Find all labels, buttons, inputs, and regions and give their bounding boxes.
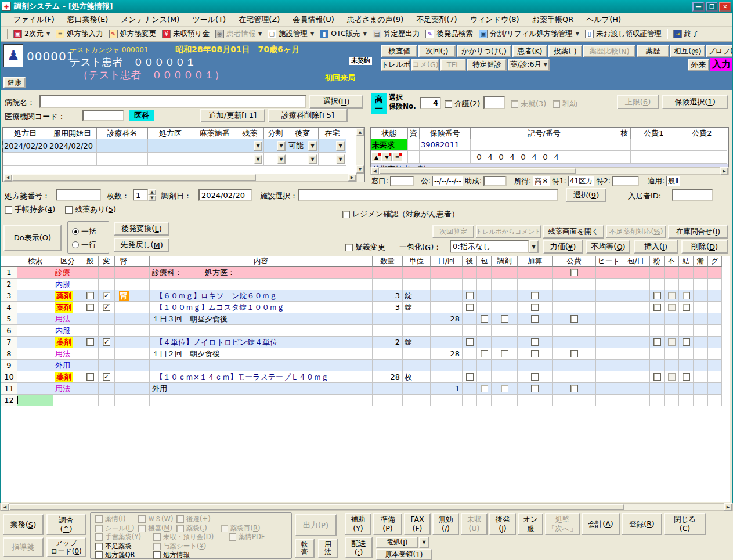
toku2-input[interactable]: [612, 176, 639, 186]
rx-chozai-checkbox[interactable]: [501, 315, 508, 323]
cell-分割[interactable]: ▼: [264, 139, 287, 153]
cell-kasan[interactable]: [518, 383, 553, 395]
insurance-row-1[interactable]: 未要求39082011: [371, 139, 728, 151]
cell-heat[interactable]: [596, 279, 622, 290]
rx-kasan-checkbox[interactable]: [531, 385, 539, 392]
cell-jin[interactable]: [115, 313, 133, 325]
ins-cell[interactable]: [420, 151, 471, 164]
cell-heat[interactable]: [596, 267, 622, 279]
close-button[interactable]: ✕: [719, 2, 731, 12]
cell-jin[interactable]: [115, 279, 133, 290]
cell-処方医[interactable]: [148, 153, 193, 166]
rx-row-3[interactable]: 3薬剤✓腎【６０ｍｇ】ロキソニン錠６０ｍｇ3錠: [1, 290, 730, 302]
cell-後変[interactable]: ▼: [287, 153, 319, 166]
cell-処方医[interactable]: [148, 139, 193, 153]
gen-checkbox[interactable]: [86, 292, 94, 299]
cell-gen[interactable]: [82, 302, 99, 313]
cell-kohi[interactable]: [553, 348, 596, 360]
patient-button-トレルポ[interactable]: トレルポ: [381, 59, 410, 71]
add-update-button[interactable]: 追加/更新[F1]: [200, 109, 265, 122]
checkbox[interactable]: [95, 551, 103, 559]
chevron-down-icon[interactable]: ▼: [363, 31, 367, 37]
rx-row-2[interactable]: 2内服: [1, 279, 730, 290]
cell-kona[interactable]: [650, 279, 665, 290]
rx-ho-checkbox[interactable]: [481, 350, 488, 357]
cell-hobi[interactable]: [622, 348, 650, 360]
cell-kensaku[interactable]: [17, 348, 53, 360]
cell-kensaku[interactable]: [17, 383, 53, 395]
bottom-button-オン[interactable]: オン服: [518, 513, 543, 535]
patient-button-かかりつけ(,)[interactable]: かかりつけ(,): [457, 45, 511, 57]
toolbar-処方箋変更[interactable]: ✎処方箋変更: [106, 28, 160, 40]
rx-row-4[interactable]: 4薬剤✓【１００ｍｇ】ムコスタ錠１００ｍｇ3錠: [1, 302, 730, 313]
rx-kasan-checkbox[interactable]: [531, 373, 539, 381]
cell-blank[interactable]: [133, 267, 150, 279]
cell-tani[interactable]: [403, 360, 431, 371]
cell-hobi[interactable]: [622, 302, 650, 313]
cell-heat[interactable]: [596, 348, 622, 360]
rx-row-7[interactable]: 7薬剤✓【４単位】ノイロトロピン錠４単位2錠: [1, 337, 730, 348]
cell-kasan[interactable]: [518, 337, 553, 348]
cell-hikai[interactable]: [431, 395, 463, 406]
ins-cell[interactable]: [408, 151, 420, 164]
print-option-薬情PDF[interactable]: 薬情PDF: [229, 533, 265, 541]
cell-zen[interactable]: [694, 360, 708, 371]
cell-処方日[interactable]: 2024/02/20: [3, 139, 48, 153]
cell-gen[interactable]: [82, 383, 99, 395]
cell-fu[interactable]: [665, 279, 679, 290]
cell-ho[interactable]: [477, 267, 492, 279]
hen-checkbox[interactable]: ✓: [103, 304, 110, 311]
cell-hobi[interactable]: [622, 371, 650, 383]
scroll-right-icon[interactable]: ▶: [348, 174, 356, 182]
cell-kona[interactable]: [650, 302, 665, 313]
cell-kohi[interactable]: [553, 279, 596, 290]
cell-kubun[interactable]: 薬剤: [53, 371, 82, 383]
cell-kubun[interactable]: 内服: [53, 279, 82, 290]
cell-gen[interactable]: [82, 279, 99, 290]
chevron-down-icon[interactable]: ▼: [258, 31, 262, 37]
cell-zen[interactable]: [694, 395, 708, 406]
cell-hen[interactable]: ✓: [99, 302, 115, 313]
cell-gen[interactable]: [82, 395, 99, 406]
cell-kohi[interactable]: [553, 383, 596, 395]
cell-zen[interactable]: [694, 383, 708, 395]
cell-hobi[interactable]: [622, 395, 650, 406]
cell-kensaku[interactable]: [17, 302, 53, 313]
cell-zen[interactable]: [694, 313, 708, 325]
radio-ichigyo[interactable]: 一行: [72, 240, 96, 250]
cell-kohi[interactable]: [553, 337, 596, 348]
rx-kasan-checkbox[interactable]: [531, 350, 539, 357]
rx-row-10[interactable]: 10薬剤✓【１０ｃｍ×１４ｃｍ】モーラステープＬ４０ｍｇ28枚: [1, 371, 730, 383]
cell-suryo[interactable]: 3: [373, 290, 403, 302]
cell-suryo[interactable]: 3: [373, 302, 403, 313]
genpon-button[interactable]: 原本受領(1): [376, 549, 432, 560]
cell-suryo[interactable]: [373, 267, 403, 279]
cell-hikai[interactable]: [431, 360, 463, 371]
cell-jin[interactable]: [115, 360, 133, 371]
patient-button-患者(K)[interactable]: 患者(K): [512, 45, 547, 57]
cell-jin[interactable]: [115, 337, 133, 348]
spin-down-icon[interactable]: ▼: [148, 195, 156, 201]
checkbox[interactable]: [153, 551, 161, 559]
rx-kasan-checkbox[interactable]: [531, 292, 539, 299]
cell-kasan[interactable]: [518, 279, 553, 290]
cell-hen[interactable]: [99, 325, 115, 337]
menu-患者さまの声(9)[interactable]: 患者さまの声(9): [341, 13, 410, 27]
cell-tani[interactable]: 錠: [403, 337, 431, 348]
regimen-checkbox[interactable]: レジメン確認（対象がん患者）: [342, 209, 459, 219]
cell-gen[interactable]: [82, 267, 99, 279]
cell-blank[interactable]: [133, 348, 150, 360]
rx-kona-checkbox[interactable]: [653, 338, 661, 346]
cell-kensaku[interactable]: [17, 371, 53, 383]
madoguchi-input[interactable]: [390, 176, 414, 186]
rx-ketsu-checkbox[interactable]: [683, 373, 690, 381]
rx-row-12[interactable]: 12: [1, 395, 730, 406]
cell-blank[interactable]: [133, 371, 150, 383]
patient-button-次回(;)[interactable]: 次回(;): [418, 45, 456, 57]
toolbar-処方箋入力[interactable]: ≡処方箋入力: [53, 28, 106, 40]
ins-cell[interactable]: [618, 139, 631, 151]
checkbox[interactable]: [138, 515, 146, 523]
cell-jin[interactable]: [115, 325, 133, 337]
cell-jin[interactable]: [115, 383, 133, 395]
rx-row-1[interactable]: 1診療診療科： 処方医：: [1, 267, 730, 279]
